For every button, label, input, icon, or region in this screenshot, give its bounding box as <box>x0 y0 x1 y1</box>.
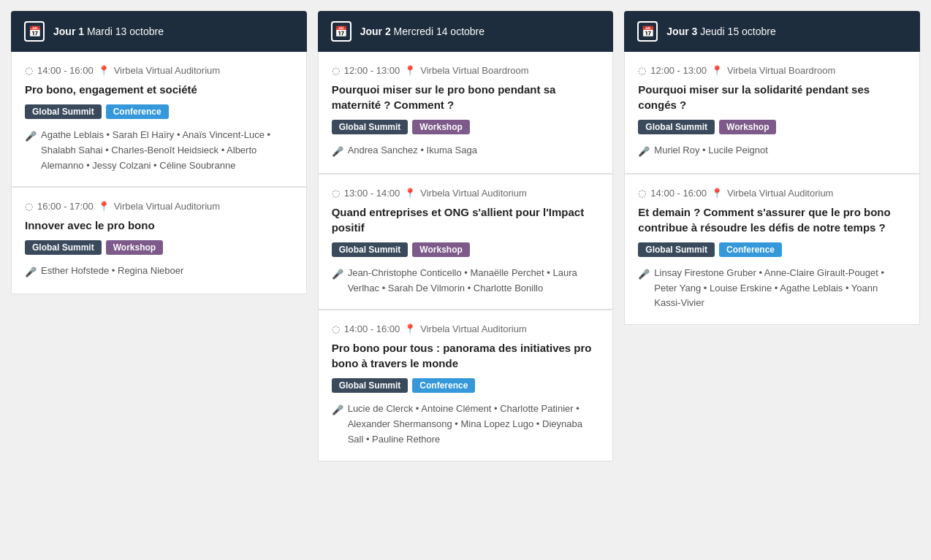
tag-workshop: Workshop <box>719 120 776 134</box>
event-card-j3e2: ◌14:00 - 16:00 📍Virbela Virtual Auditori… <box>624 174 920 325</box>
mic-icon: 🎤 <box>332 145 343 160</box>
tag-workshop: Workshop <box>106 240 163 255</box>
tag-global: Global Summit <box>638 120 715 134</box>
location-icon: 📍 <box>404 65 416 76</box>
speakers-text: Muriel Roy • Lucile Peignot <box>654 143 768 158</box>
event-location: Virbela Virtual Boardroom <box>727 65 835 76</box>
event-tags: Global SummitConference <box>638 242 906 257</box>
day-title: Jour 3 Jeudi 15 octobre <box>666 26 775 37</box>
event-tags: Global SummitConference <box>25 104 293 119</box>
calendar-icon: 📅 <box>637 21 658 42</box>
clock-icon: ◌ <box>638 188 646 199</box>
event-meta: ◌14:00 - 16:00 📍Virbela Virtual Auditori… <box>25 65 293 76</box>
event-speakers: 🎤Muriel Roy • Lucile Peignot <box>638 143 906 160</box>
event-meta: ◌12:00 - 13:00 📍Virbela Virtual Boardroo… <box>332 65 600 76</box>
mic-icon: 🎤 <box>638 267 650 283</box>
event-tags: Global SummitWorkshop <box>638 120 906 134</box>
location-icon: 📍 <box>404 188 416 199</box>
mic-icon: 🎤 <box>332 267 343 283</box>
event-meta: ◌12:00 - 13:00 📍Virbela Virtual Boardroo… <box>638 65 906 76</box>
mic-icon: 🎤 <box>638 145 650 160</box>
day-header-jour1: 📅Jour 1 Mardi 13 octobre <box>11 11 307 52</box>
event-tags: Global SummitConference <box>332 378 600 393</box>
event-speakers: 🎤Esther Hofstede • Regina Nieboer <box>25 264 293 280</box>
event-title: Pro bono pour tous : panorama des initia… <box>332 340 600 371</box>
event-time: 14:00 - 16:00 <box>37 65 94 76</box>
clock-icon: ◌ <box>638 65 646 76</box>
event-title: Et demain ? Comment s'assurer que le pro… <box>638 204 906 235</box>
event-card-j2e1: ◌12:00 - 13:00 📍Virbela Virtual Boardroo… <box>318 52 614 174</box>
event-location: Virbela Virtual Auditorium <box>420 323 527 334</box>
event-tags: Global SummitWorkshop <box>25 240 293 255</box>
event-speakers: 🎤Linsay Firestone Gruber • Anne-Claire G… <box>638 266 906 311</box>
event-location: Virbela Virtual Auditorium <box>727 188 834 199</box>
event-meta: ◌14:00 - 16:00 📍Virbela Virtual Auditori… <box>638 188 906 199</box>
event-time: 14:00 - 16:00 <box>344 323 400 334</box>
location-icon: 📍 <box>711 188 723 199</box>
day-header-jour2: 📅Jour 2 Mercredi 14 octobre <box>318 11 614 52</box>
event-speakers: 🎤Agathe Leblais • Sarah El Haïry • Anaïs… <box>25 128 293 173</box>
tag-global: Global Summit <box>638 242 715 257</box>
clock-icon: ◌ <box>25 65 33 76</box>
location-icon: 📍 <box>98 201 110 212</box>
day-header-jour3: 📅Jour 3 Jeudi 15 octobre <box>624 11 920 52</box>
event-speakers: 🎤Jean-Christophe Conticello • Manaëlle P… <box>332 266 600 296</box>
event-time: 16:00 - 17:00 <box>37 201 94 212</box>
speakers-text: Linsay Firestone Gruber • Anne-Claire Gi… <box>654 266 906 311</box>
tag-conference: Conference <box>412 378 475 393</box>
tag-workshop: Workshop <box>412 242 469 257</box>
event-title: Pro bono, engagement et société <box>25 82 293 97</box>
day-title: Jour 1 Mardi 13 octobre <box>53 26 164 37</box>
column-jour3: 📅Jour 3 Jeudi 15 octobre◌12:00 - 13:00 📍… <box>624 11 920 461</box>
column-jour2: 📅Jour 2 Mercredi 14 octobre◌12:00 - 13:0… <box>318 11 614 461</box>
speakers-text: Esther Hofstede • Regina Nieboer <box>41 264 183 279</box>
clock-icon: ◌ <box>332 188 340 199</box>
tag-global: Global Summit <box>332 378 408 393</box>
column-jour1: 📅Jour 1 Mardi 13 octobre◌14:00 - 16:00 📍… <box>11 11 307 461</box>
event-meta: ◌16:00 - 17:00 📍Virbela Virtual Auditori… <box>25 201 293 212</box>
event-meta: ◌13:00 - 14:00 📍Virbela Virtual Auditori… <box>332 188 600 199</box>
tag-conference: Conference <box>106 104 169 119</box>
event-card-j1e2: ◌16:00 - 17:00 📍Virbela Virtual Auditori… <box>11 187 307 294</box>
event-card-j3e1: ◌12:00 - 13:00 📍Virbela Virtual Boardroo… <box>624 52 920 174</box>
schedule-grid: 📅Jour 1 Mardi 13 octobre◌14:00 - 16:00 📍… <box>11 11 920 461</box>
event-card-j2e3: ◌14:00 - 16:00 📍Virbela Virtual Auditori… <box>318 310 614 461</box>
event-location: Virbela Virtual Boardroom <box>420 65 528 76</box>
calendar-icon: 📅 <box>331 21 352 42</box>
tag-global: Global Summit <box>332 120 408 134</box>
event-title: Quand entreprises et ONG s'allient pour … <box>332 204 600 235</box>
event-card-j2e2: ◌13:00 - 14:00 📍Virbela Virtual Auditori… <box>318 174 614 310</box>
speakers-text: Lucie de Clerck • Antoine Clément • Char… <box>348 402 600 447</box>
calendar-icon: 📅 <box>24 21 45 42</box>
event-card-j1e1: ◌14:00 - 16:00 📍Virbela Virtual Auditori… <box>11 52 307 187</box>
event-time: 12:00 - 13:00 <box>344 65 400 76</box>
clock-icon: ◌ <box>25 201 33 212</box>
speakers-text: Andrea Sanchez • Ikuma Saga <box>348 143 477 158</box>
event-time: 13:00 - 14:00 <box>344 188 400 199</box>
event-time: 14:00 - 16:00 <box>650 188 707 199</box>
event-title: Innover avec le pro bono <box>25 218 293 233</box>
day-title: Jour 2 Mercredi 14 octobre <box>360 26 484 37</box>
clock-icon: ◌ <box>332 323 340 334</box>
event-title: Pourquoi miser sur la solidarité pendant… <box>638 82 906 112</box>
tag-conference: Conference <box>719 242 782 257</box>
event-title: Pourquoi miser sur le pro bono pendant s… <box>332 82 600 112</box>
tag-workshop: Workshop <box>412 120 469 134</box>
tag-global: Global Summit <box>25 104 102 119</box>
event-location: Virbela Virtual Auditorium <box>114 201 221 212</box>
mic-icon: 🎤 <box>25 129 37 145</box>
event-location: Virbela Virtual Auditorium <box>420 188 527 199</box>
location-icon: 📍 <box>404 323 416 334</box>
location-icon: 📍 <box>711 65 723 76</box>
event-meta: ◌14:00 - 16:00 📍Virbela Virtual Auditori… <box>332 323 600 334</box>
event-speakers: 🎤Andrea Sanchez • Ikuma Saga <box>332 143 600 160</box>
event-tags: Global SummitWorkshop <box>332 120 600 134</box>
event-speakers: 🎤Lucie de Clerck • Antoine Clément • Cha… <box>332 402 600 447</box>
event-tags: Global SummitWorkshop <box>332 242 600 257</box>
event-location: Virbela Virtual Auditorium <box>114 65 221 76</box>
location-icon: 📍 <box>98 65 110 76</box>
tag-global: Global Summit <box>25 240 102 255</box>
speakers-text: Jean-Christophe Conticello • Manaëlle Pe… <box>348 266 600 296</box>
mic-icon: 🎤 <box>25 265 37 280</box>
speakers-text: Agathe Leblais • Sarah El Haïry • Anaïs … <box>41 128 293 173</box>
